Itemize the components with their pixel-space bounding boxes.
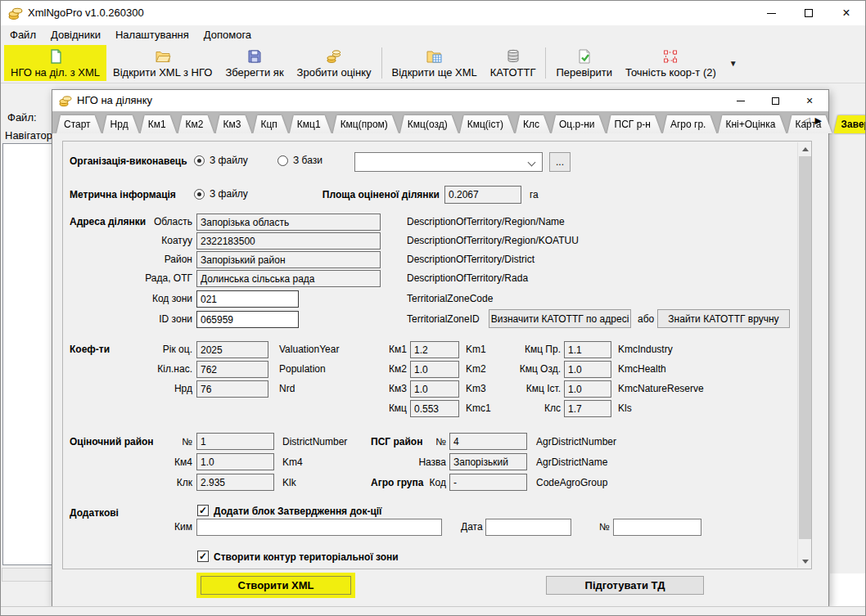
km1-input[interactable] [410,341,459,358]
address-koatuu-label: Коатуу [112,235,192,246]
org-combobox[interactable] [354,152,543,172]
dialog-title: НГО на ділянку [77,90,152,111]
tab-agro-gr[interactable]: Агро гр. [663,115,716,133]
toolbar-make-valuation-button[interactable]: Зробити оцінку [291,45,378,81]
dialog-content: Організація-виконавець З файлу З бази ..… [52,133,828,607]
address-rada-input[interactable] [196,270,381,287]
toolbar-ngo-from-xml-button[interactable]: НГО на діл. з XML [4,45,106,81]
approval-date-input[interactable] [485,519,571,536]
tab-kmc-ozd[interactable]: Кмц(озд) [400,115,458,133]
create-xml-button[interactable]: Створити XML [201,576,351,595]
tab-nrd[interactable]: Нрд [103,115,139,133]
km3-label: Км3 [371,383,407,394]
maximize-icon[interactable] [790,1,828,25]
zone-contour-checkbox[interactable]: ✓ [197,551,209,562]
dialog-close-icon[interactable]: × [792,90,827,111]
toolbar-coord-precision-button[interactable]: Точність коор-т (2) [619,45,723,81]
tab-km2[interactable]: Км2 [178,115,214,133]
scroll-down-icon[interactable] [798,555,812,568]
nrd-input[interactable] [196,380,268,398]
zone-id-input[interactable] [196,311,299,328]
toolbar-verify-button[interactable]: Перевірити [549,45,619,81]
form-scrollbar[interactable] [797,142,811,568]
menu-settings[interactable]: Налаштування [108,27,196,43]
dialog-minimize-icon[interactable] [724,90,758,111]
tab-kni-ocinka[interactable]: Кні+Оцінка [718,115,786,133]
tab-zavershennya[interactable]: Завершення [834,115,866,133]
population-input[interactable] [196,361,268,378]
tab-km3[interactable]: Км3 [216,115,252,133]
menu-help[interactable]: Допомога [196,27,259,43]
address-district-input[interactable] [196,251,381,268]
toolbar-button-label: Точність коор-т (2) [625,66,716,79]
scroll-up-icon[interactable] [798,142,812,155]
zone-id-label: ID зони [112,313,192,325]
agro-code-input[interactable] [449,474,527,491]
tab-kmc-prom[interactable]: Кмц(пром) [333,115,399,133]
tab-psg-r-n[interactable]: ПСГ р-н [607,115,661,133]
dialog-maximize-icon[interactable] [758,90,792,111]
approval-number-input[interactable] [613,519,701,536]
create-xml-highlight: Створити XML [196,573,355,598]
menu-references[interactable]: Довідники [43,27,108,43]
kmc-nature-input[interactable] [564,380,611,398]
tab-kcp[interactable]: Кцп [253,115,287,133]
valuation-year-input[interactable] [196,341,268,358]
toolbar-save-as-button[interactable]: Зберегти як [219,45,290,81]
km4-input[interactable] [196,453,274,470]
kmc-industry-input[interactable] [564,341,611,358]
kmc-health-input[interactable] [564,361,611,378]
org-from-file-radio[interactable] [194,155,205,166]
toolbar-open-more-xml-button[interactable]: Відкрити ще XML [386,45,484,81]
address-rada-xml-label: DescriptionOfTerritory/Rada [407,272,528,284]
psg-name-input[interactable] [449,453,527,470]
scrollbar-thumb[interactable] [799,156,811,539]
address-koatuu-input[interactable] [196,232,381,250]
tab-scroll-right-icon[interactable]: ▶ [815,115,822,126]
address-region-input[interactable] [196,214,381,231]
menubar: Файл Довідники Налаштування Допомога [1,25,865,43]
kls-xml-label: Kls [618,402,632,414]
detect-katottg-button[interactable]: Визначити КАТОТТГ по адресі [489,309,631,328]
tab-kls[interactable]: Клс [516,115,550,133]
approval-block-checkbox[interactable]: ✓ [197,505,209,516]
klk-xml-label: Klk [282,477,296,488]
approved-by-label: Ким [145,521,192,533]
approved-by-input[interactable] [196,519,442,536]
find-katottg-manual-button[interactable]: Знайти КАТОТТГ вручну [657,309,790,328]
org-from-base-radio-label: З бази [293,155,322,166]
district-number-input[interactable] [196,433,274,450]
area-input[interactable] [444,186,521,204]
dialog-window: НГО на ділянку × Старт Нрд Км1 Км2 Км3 К… [52,89,829,606]
toolbar-katottg-button[interactable]: КАТОТТГ [484,45,543,81]
psg-number-input[interactable] [449,433,527,450]
tab-start[interactable]: Старт [56,115,101,133]
tab-kmc-ist[interactable]: Кмц(іст) [460,115,514,133]
km2-input[interactable] [410,361,459,378]
org-executor-label: Організація-виконавець [70,155,187,167]
tab-km1[interactable]: Км1 [141,115,177,133]
kmc1-xml-label: Kmc1 [466,402,491,414]
metric-from-file-radio[interactable] [194,189,205,200]
menu-file[interactable]: Файл [2,27,43,43]
zone-code-input[interactable] [196,290,299,308]
org-browse-button[interactable]: ... [549,152,571,172]
prepare-td-button[interactable]: Підготувати ТД [546,576,704,595]
org-from-base-radio[interactable] [277,155,288,166]
kmc1-input[interactable] [410,400,459,417]
address-region-xml-label: DescriptionOfTerritory/Region/Name [407,216,565,227]
toolbar-open-xml-button[interactable]: Відкрити XML з НГО [106,45,219,81]
km1-xml-label: Km1 [466,344,486,355]
toolbar-overflow-arrow-icon[interactable]: ▼ [723,45,744,81]
klk-input[interactable] [196,474,274,491]
minimize-icon[interactable] [752,1,790,25]
close-icon[interactable]: × [828,1,865,25]
toolbar-button-label: НГО на діл. з XML [11,66,100,79]
tab-oc-r-ny[interactable]: Оц.р-ни [552,115,606,133]
km3-input[interactable] [410,380,459,398]
kls-input[interactable] [564,400,611,417]
toolbar: НГО на діл. з XML Відкрити XML з НГО Збе… [1,43,865,83]
tab-scroll-left-icon[interactable]: ◁ [803,115,810,126]
tab-kmc1[interactable]: Кмц1 [290,115,332,133]
district-number-xml-label: DistrictNumber [282,436,347,447]
